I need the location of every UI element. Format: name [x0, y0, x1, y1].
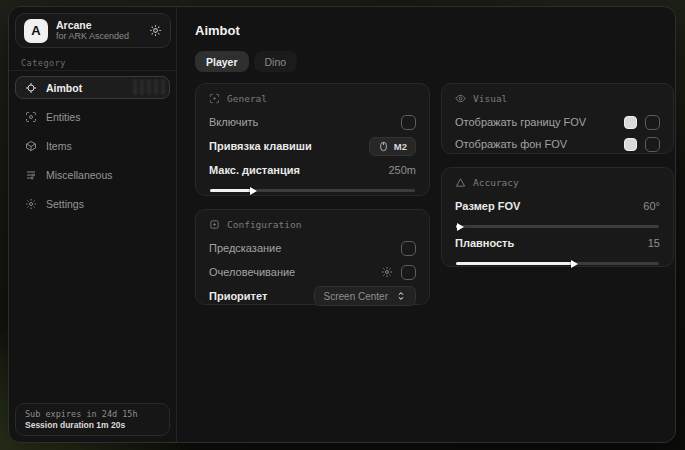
priority-row: Приоритет Screen Center	[209, 285, 416, 307]
tab-dino[interactable]: Dino	[254, 51, 298, 72]
category-label: Category	[21, 58, 66, 68]
panel-title: Visual	[473, 93, 507, 104]
slider-thumb[interactable]	[250, 187, 257, 195]
main-content: Aimbot Player Dino General Включить Прив…	[177, 7, 675, 442]
divider	[9, 70, 176, 71]
max-distance-value: 250m	[388, 164, 416, 176]
max-distance-slider[interactable]	[210, 189, 415, 192]
max-distance-label: Макс. дистанция	[209, 164, 300, 176]
enable-row: Включить	[209, 111, 416, 133]
gear-icon[interactable]	[149, 24, 162, 37]
smoothness-value: 15	[648, 237, 660, 249]
sidebar-item-settings[interactable]: Settings	[15, 192, 170, 215]
fov-border-color-swatch[interactable]	[624, 116, 637, 129]
keybind-label: Привязка клавиши	[209, 140, 312, 152]
chevron-up-down-icon	[396, 291, 406, 301]
prediction-checkbox[interactable]	[401, 241, 416, 256]
fov-border-checkbox[interactable]	[645, 115, 660, 130]
fov-background-row: Отображать фон FOV	[455, 133, 660, 155]
panel-title: Configuration	[227, 219, 301, 230]
panel-configuration: Configuration Предсказание Очеловечивани…	[195, 209, 430, 305]
priority-value: Screen Center	[324, 291, 388, 302]
fov-border-label: Отображать границу FOV	[455, 116, 586, 128]
gear-icon	[25, 198, 37, 210]
fov-border-row: Отображать границу FOV	[455, 111, 660, 133]
sidebar-item-label: Aimbot	[46, 82, 82, 94]
mouse-icon	[378, 141, 389, 152]
fov-background-label: Отображать фон FOV	[455, 138, 567, 150]
app-window: A Arcane for ARK Ascended Category Aim	[8, 6, 676, 443]
brand-card: A Arcane for ARK Ascended	[15, 13, 171, 48]
subscription-card: Sub expires in 24d 15h Session duration …	[15, 403, 170, 436]
smoothness-label: Плавность	[455, 237, 514, 249]
priority-dropdown[interactable]: Screen Center	[314, 286, 416, 306]
humanization-label: Очеловечивание	[209, 266, 295, 278]
panel-visual: Visual Отображать границу FOV Отображать…	[441, 83, 674, 154]
app-subtitle: for ARK Ascended	[56, 31, 141, 41]
sidebar-item-label: Settings	[46, 198, 84, 210]
panel-title: General	[227, 93, 267, 104]
sidebar-item-aimbot[interactable]: Aimbot	[15, 76, 170, 99]
triangle-icon	[455, 177, 466, 188]
enable-label: Включить	[209, 116, 258, 128]
smoothness-slider[interactable]	[456, 262, 659, 265]
sidebar-item-label: Entities	[46, 111, 80, 123]
prediction-row: Предсказание	[209, 237, 416, 259]
focus-icon	[209, 93, 220, 104]
fov-size-value: 60°	[643, 200, 660, 212]
fov-size-row: Размер FOV 60°	[455, 195, 660, 217]
tune-icon	[209, 219, 220, 230]
scan-people-icon	[25, 111, 37, 123]
session-duration-text: Session duration 1m 20s	[25, 420, 160, 430]
keybind-value: M2	[394, 141, 407, 152]
prediction-label: Предсказание	[209, 242, 281, 254]
sidebar-item-label: Items	[46, 140, 72, 152]
slider-thumb[interactable]	[571, 260, 578, 268]
max-distance-row: Макс. дистанция 250m	[209, 159, 416, 181]
priority-label: Приоритет	[209, 290, 267, 302]
sidebar-item-items[interactable]: Items	[15, 134, 170, 157]
panel-accuracy: Accuracy Размер FOV 60° Плавность 15	[441, 167, 674, 267]
page-title: Aimbot	[195, 23, 240, 38]
fov-background-color-swatch[interactable]	[624, 138, 637, 151]
humanization-checkbox[interactable]	[401, 265, 416, 280]
sidebar-nav: Aimbot Entities Items	[15, 76, 170, 215]
keybind-row: Привязка клавиши M2	[209, 135, 416, 157]
keybind-button[interactable]: M2	[369, 137, 416, 156]
enable-checkbox[interactable]	[401, 115, 416, 130]
sub-expires-text: Sub expires in 24d 15h	[25, 409, 160, 419]
tab-player[interactable]: Player	[195, 51, 249, 72]
fov-background-checkbox[interactable]	[645, 137, 660, 152]
smoothness-row: Плавность 15	[455, 232, 660, 254]
sidebar-item-miscellaneous[interactable]: Miscellaneous	[15, 163, 170, 186]
panel-general: General Включить Привязка клавиши M2	[195, 83, 430, 196]
eye-icon	[455, 93, 466, 104]
tab-bar: Player Dino	[195, 51, 297, 72]
aimbot-watermark-decoration	[133, 79, 165, 95]
sidebar-item-label: Miscellaneous	[46, 169, 113, 181]
sliders-icon	[25, 169, 37, 181]
crosshair-icon	[25, 82, 37, 94]
app-logo: A	[24, 19, 48, 43]
slider-thumb[interactable]	[457, 223, 464, 231]
gear-icon[interactable]	[381, 266, 393, 278]
fov-size-slider[interactable]	[456, 225, 659, 228]
humanization-row: Очеловечивание	[209, 261, 416, 283]
box-icon	[25, 140, 37, 152]
panel-title: Accuracy	[473, 177, 519, 188]
sidebar-item-entities[interactable]: Entities	[15, 105, 170, 128]
sidebar: A Arcane for ARK Ascended Category Aim	[9, 7, 177, 442]
app-name: Arcane	[56, 19, 141, 31]
fov-size-label: Размер FOV	[455, 200, 520, 212]
